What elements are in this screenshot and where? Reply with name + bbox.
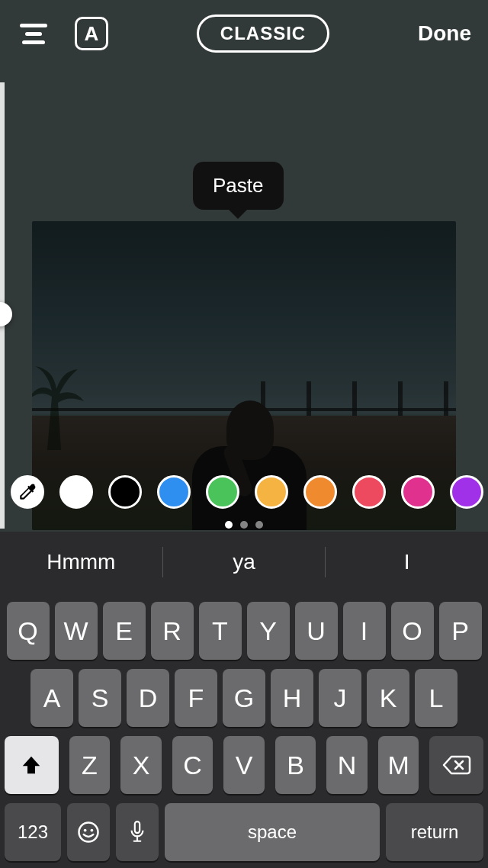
key-l[interactable]: L bbox=[415, 669, 458, 727]
svg-rect-3 bbox=[135, 821, 140, 833]
key-k[interactable]: K bbox=[367, 669, 409, 727]
color-swatch[interactable] bbox=[352, 475, 386, 509]
key-t[interactable]: T bbox=[199, 602, 242, 660]
emoji-icon bbox=[77, 821, 100, 844]
key-d[interactable]: D bbox=[127, 669, 169, 727]
return-key[interactable]: return bbox=[386, 803, 483, 861]
key-z[interactable]: Z bbox=[69, 736, 111, 794]
color-swatch[interactable] bbox=[401, 475, 435, 509]
align-icon bbox=[25, 32, 42, 36]
microphone-icon bbox=[127, 820, 147, 844]
header-left-group: A bbox=[17, 17, 108, 50]
keyboard-row-1: QWERTYUIOP bbox=[0, 602, 488, 660]
key-x[interactable]: X bbox=[120, 736, 162, 794]
ios-keyboard: Hmmm ya I QWERTYUIOP ASDFGHJKL ZXCVBNM 1… bbox=[0, 532, 488, 868]
backspace-icon bbox=[442, 754, 471, 776]
suggestion[interactable]: Hmmm bbox=[0, 550, 162, 574]
key-j[interactable]: J bbox=[319, 669, 361, 727]
story-text-editor-screen: Paste A CLASSIC Done Hmmm bbox=[0, 0, 488, 868]
key-s[interactable]: S bbox=[79, 669, 121, 727]
key-r[interactable]: R bbox=[151, 602, 194, 660]
svg-point-1 bbox=[84, 829, 87, 832]
key-g[interactable]: G bbox=[223, 669, 265, 727]
key-e[interactable]: E bbox=[103, 602, 146, 660]
key-w[interactable]: W bbox=[55, 602, 98, 660]
page-dot[interactable] bbox=[255, 521, 263, 529]
page-dot[interactable] bbox=[240, 521, 248, 529]
key-n[interactable]: N bbox=[326, 736, 368, 794]
keyboard-row-3: ZXCVBNM bbox=[0, 736, 488, 794]
color-swatch[interactable] bbox=[303, 475, 337, 509]
key-q[interactable]: Q bbox=[7, 602, 50, 660]
key-o[interactable]: O bbox=[391, 602, 434, 660]
dictation-key[interactable] bbox=[116, 803, 159, 861]
shift-icon bbox=[20, 754, 43, 776]
key-i[interactable]: I bbox=[343, 602, 386, 660]
suggestion[interactable]: I bbox=[326, 550, 488, 574]
key-a[interactable]: A bbox=[30, 669, 73, 727]
key-v[interactable]: V bbox=[223, 736, 265, 794]
key-u[interactable]: U bbox=[295, 602, 338, 660]
font-letter: A bbox=[85, 22, 99, 46]
palette-page-dots bbox=[0, 517, 488, 532]
align-icon bbox=[22, 40, 45, 44]
color-swatch[interactable] bbox=[108, 475, 142, 509]
align-icon bbox=[20, 24, 47, 27]
text-align-button[interactable] bbox=[17, 17, 50, 50]
font-style-button[interactable]: A bbox=[75, 17, 108, 50]
svg-point-2 bbox=[91, 829, 94, 832]
key-c[interactable]: C bbox=[172, 736, 214, 794]
color-swatch[interactable] bbox=[450, 475, 483, 509]
svg-point-0 bbox=[79, 823, 98, 842]
keyboard-row-2: ASDFGHJKL bbox=[0, 669, 488, 727]
color-swatch[interactable] bbox=[255, 475, 288, 509]
color-swatch[interactable] bbox=[157, 475, 191, 509]
key-f[interactable]: F bbox=[175, 669, 217, 727]
key-y[interactable]: Y bbox=[247, 602, 290, 660]
done-button[interactable]: Done bbox=[418, 21, 471, 46]
color-palette-row bbox=[0, 471, 488, 513]
color-swatch[interactable] bbox=[206, 475, 239, 509]
keyboard-suggestions: Hmmm ya I bbox=[0, 532, 488, 593]
numbers-key[interactable]: 123 bbox=[5, 803, 61, 861]
emoji-key[interactable] bbox=[67, 803, 110, 861]
space-key[interactable]: space bbox=[165, 803, 380, 861]
eyedropper-button[interactable] bbox=[11, 475, 44, 509]
key-b[interactable]: B bbox=[275, 736, 316, 794]
text-style-pill[interactable]: CLASSIC bbox=[197, 14, 329, 53]
key-p[interactable]: P bbox=[439, 602, 482, 660]
key-m[interactable]: M bbox=[378, 736, 419, 794]
suggestion[interactable]: ya bbox=[163, 550, 326, 574]
key-h[interactable]: H bbox=[271, 669, 313, 727]
keyboard-row-4: 123 space return bbox=[0, 803, 488, 861]
paste-menu-item[interactable]: Paste bbox=[193, 162, 284, 210]
shift-key[interactable] bbox=[5, 736, 59, 794]
eyedropper-icon bbox=[18, 482, 37, 502]
color-swatch[interactable] bbox=[59, 475, 93, 509]
backspace-key[interactable] bbox=[429, 736, 483, 794]
editor-header: A CLASSIC Done bbox=[0, 0, 488, 67]
page-dot[interactable] bbox=[225, 521, 233, 529]
